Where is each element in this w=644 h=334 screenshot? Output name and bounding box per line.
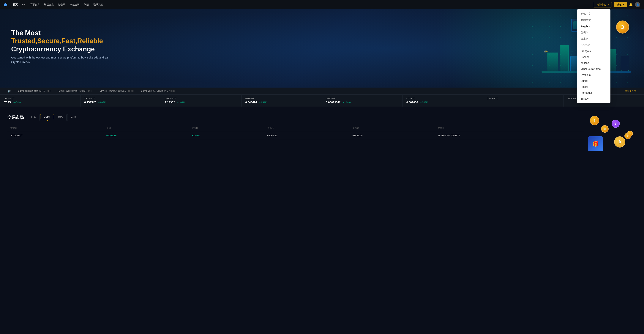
- nav-right: 简体中文 ▼ 钱包 ▼ 🔔 👤: [594, 2, 640, 8]
- tab-favorites[interactable]: 自选: [28, 114, 40, 121]
- ticker-price-2: 12.4352: [165, 100, 175, 104]
- nav-link-spot[interactable]: 币币交易: [30, 3, 40, 6]
- speaker-icon: 🔊: [8, 90, 10, 92]
- lang-option-pl[interactable]: Polski: [577, 84, 610, 90]
- tab-eth[interactable]: ETH: [67, 114, 79, 121]
- ticker-item-1[interactable]: TRX/USDT 0.159547 +0.05%: [80, 95, 161, 106]
- lang-option-tr[interactable]: Turkey: [577, 96, 610, 102]
- lang-option-ko[interactable]: 한국어: [577, 30, 610, 36]
- bell-icon[interactable]: 🔔: [629, 3, 633, 6]
- nav-link-perp[interactable]: 永续合约: [70, 3, 80, 6]
- navbar: 首页 otc 币币交易 期权交易 秒合约 永续合约 学院 联系我们 简体中文 ▼…: [0, 0, 644, 9]
- lang-option-en[interactable]: English: [577, 24, 610, 30]
- announcement-item-4: BitWell订单系统升级维护... 10-30: [141, 90, 175, 92]
- lang-option-uk[interactable]: УкраїнськаName: [577, 66, 610, 72]
- nav-link-home[interactable]: 首页: [13, 3, 18, 6]
- ticker-item-2[interactable]: LINK/USDT 12.4352 +1.68%: [161, 95, 242, 106]
- see-more-link[interactable]: 查看更多>>: [625, 90, 636, 92]
- hero-title-highlight: Trusted,Secure,Fast,Reliable: [11, 37, 103, 45]
- ann-text-3: BitWell订单系统升级完成...: [100, 90, 126, 92]
- hero-subtitle: Get started with the easiest and most se…: [11, 55, 123, 64]
- lang-option-ja[interactable]: 日本語: [577, 36, 610, 42]
- cell-low: 63441.65: [350, 132, 435, 139]
- lang-option-pt[interactable]: Português: [577, 90, 610, 96]
- wallet-chevron-icon: ▼: [622, 4, 624, 6]
- building-2: [560, 45, 568, 71]
- nav-link-contact[interactable]: 联系我们: [93, 3, 103, 6]
- ticker-price-4: 0.00019342: [326, 100, 341, 104]
- ticker-change-1: +0.05%: [98, 101, 106, 104]
- lang-option-zh-hans[interactable]: 简体中文: [577, 11, 610, 17]
- coin-gold-2: ₿: [601, 125, 608, 133]
- cell-change: +0.46%: [188, 132, 264, 139]
- coin-btc-decoration: ₿: [614, 136, 625, 148]
- ann-text-1: BitWell移动端升级优化公告: [18, 90, 45, 92]
- lang-option-de[interactable]: Deutsch: [577, 42, 610, 48]
- hero-content: The Most Trusted,Secure,Fast,Reliable Cr…: [11, 29, 123, 68]
- cell-price: 64262.89: [104, 132, 189, 139]
- lang-option-fr[interactable]: Français: [577, 48, 610, 54]
- coin-eth-decoration: Ξ: [612, 120, 620, 128]
- table-header-row: 交易对 价格 涨跌幅 最高价 最低价 交易量: [8, 125, 584, 132]
- announcement-bar: 🔊 BitWell移动端升级优化公告 11-5 BitWell Web端更新升级…: [0, 88, 644, 95]
- nav-link-academy[interactable]: 学院: [84, 3, 89, 6]
- ann-date-1: 11-5: [46, 90, 51, 92]
- market-header: 交易市场 自选 USDT BTC ETH: [8, 114, 584, 121]
- ticker-price-change-1: 0.159547 +0.05%: [84, 100, 157, 104]
- ann-text-4: BitWell订单系统升级维护...: [141, 90, 168, 92]
- ticker-item-0[interactable]: LTC/USDT 67.75 +0.74%: [0, 95, 80, 106]
- market-table: 交易对 价格 涨跌幅 最高价 最低价 交易量 BTC/USDT 64262.89…: [8, 125, 584, 139]
- ticker-item-3[interactable]: ETH/BTC 0.043424 +0.59%: [242, 95, 322, 106]
- ticker-price-change-3: 0.043424 +0.59%: [245, 100, 318, 104]
- lang-option-fi[interactable]: Suomi: [577, 78, 610, 84]
- ticker-pair-3: ETH/BTC: [245, 97, 318, 100]
- cell-volume: 184140400.7554375: [435, 132, 584, 139]
- market-decoration: ₿ ₿ Ξ ₿ 🎁 ₿ ₿: [584, 114, 636, 151]
- col-price: 价格: [104, 125, 189, 132]
- lang-option-es[interactable]: Español: [577, 54, 610, 60]
- logo[interactable]: [4, 3, 7, 6]
- ann-date-2: 11-5: [88, 90, 92, 92]
- drone-illustration: 🚁: [544, 48, 548, 53]
- announcement-items: BitWell移动端升级优化公告 11-5 BitWell Web端更新升级公告…: [18, 90, 618, 92]
- tab-usdt[interactable]: USDT: [40, 114, 54, 120]
- col-low: 最低价: [350, 125, 435, 132]
- market-title: 交易市场: [8, 115, 24, 120]
- market-left: 交易市场 自选 USDT BTC ETH 交易对 价格 涨跌幅 最高价 最低价: [8, 114, 584, 151]
- lang-option-zh-hant[interactable]: 繁體中文: [577, 17, 610, 24]
- cell-pair: BTC/USDT: [8, 132, 104, 139]
- nav-link-options[interactable]: 期权交易: [44, 3, 54, 6]
- ticker-change-3: +0.59%: [259, 101, 267, 104]
- language-dropdown: 简体中文 繁體中文 English 한국어 日本語 Deutsch França…: [577, 9, 610, 103]
- col-volume: 交易量: [435, 125, 584, 132]
- ticker-item-5[interactable]: LTC/BTC 0.001056 +0.47%: [403, 95, 483, 106]
- ticker-item-6[interactable]: DASH/BTC: [483, 95, 564, 106]
- lang-option-sv[interactable]: Svenska: [577, 72, 610, 78]
- ticker-price-1: 0.159547: [84, 100, 96, 104]
- cell-high: 64969.41: [264, 132, 350, 139]
- ticker-item-4[interactable]: LINK/BTC 0.00019342 +1.68%: [322, 95, 403, 106]
- wallet-button-label: 钱包: [616, 3, 622, 6]
- ticker-bar: LTC/USDT 67.75 +0.74% TRX/USDT 0.159547 …: [0, 95, 644, 106]
- language-button-label: 简体中文: [596, 3, 606, 6]
- logo-bar-1: [4, 4, 5, 6]
- table-row[interactable]: BTC/USDT 64262.89 +0.46% 64969.41 63441.…: [8, 132, 584, 139]
- ticker-change-4: +1.68%: [343, 101, 350, 104]
- logo-bar-2: [5, 3, 6, 6]
- ticker-pair-5: LTC/BTC: [406, 97, 479, 100]
- ticker-price-change-0: 67.75 +0.74%: [4, 100, 76, 104]
- col-pair: 交易对: [8, 125, 104, 132]
- bitcoin-coin-hero: ₿: [616, 20, 629, 34]
- tab-btc[interactable]: BTC: [54, 114, 66, 121]
- nav-link-otc[interactable]: otc: [22, 3, 25, 6]
- lang-option-it[interactable]: Italiano: [577, 60, 610, 66]
- ticker-price-0: 67.75: [4, 100, 11, 104]
- market-tabs: 自选 USDT BTC ETH: [28, 114, 79, 121]
- announcement-item-1: BitWell移动端升级优化公告 11-5: [18, 90, 51, 92]
- language-button[interactable]: 简体中文 ▼: [594, 2, 612, 8]
- coin-cluster: ₿ ₿ Ξ ₿ 🎁 ₿ ₿: [586, 114, 635, 151]
- avatar[interactable]: 👤: [635, 2, 640, 7]
- logo-bar-3: [6, 4, 7, 6]
- wallet-button[interactable]: 钱包 ▼: [614, 2, 627, 7]
- nav-link-flash[interactable]: 秒合约: [58, 3, 66, 6]
